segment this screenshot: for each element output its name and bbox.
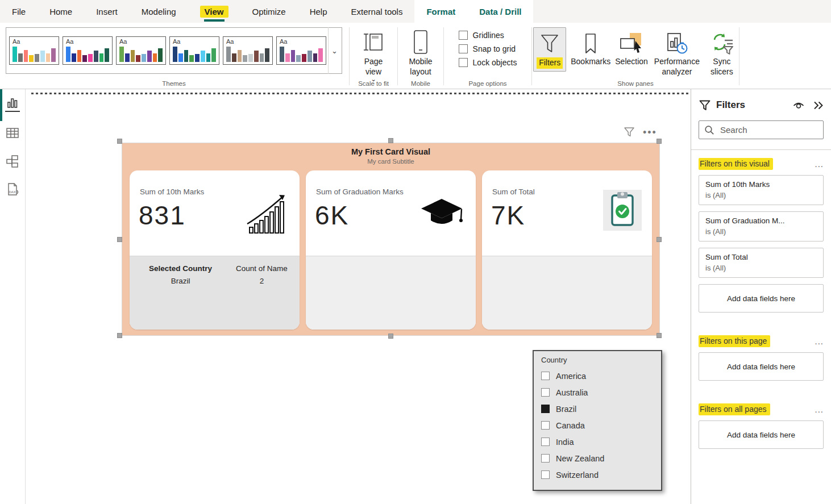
unchecked-checkbox[interactable] — [541, 421, 550, 430]
slicer-option-australia[interactable]: Australia — [541, 384, 661, 401]
add-data-fields-dropzone[interactable]: Add data fields here — [699, 420, 824, 449]
menu-tab-help[interactable]: Help — [298, 0, 339, 23]
filter-section-label: Filters on this page — [699, 335, 770, 347]
report-canvas[interactable]: ••• My First Card Visual My card Subtitl… — [26, 89, 691, 504]
slicer-option-canada[interactable]: Canada — [541, 417, 661, 434]
collapse-pane-icon[interactable] — [813, 101, 824, 110]
themes-group-label: Themes — [0, 80, 348, 87]
slicer-option-label: Canada — [556, 421, 585, 430]
slicer-option-brazil[interactable]: Brazil — [541, 401, 661, 417]
performance-analyzer-button[interactable]: Performance analyzer — [653, 27, 701, 77]
menu-tab-external-tools[interactable]: External tools — [339, 0, 415, 23]
kpi-card-10th-marks[interactable]: Sum of 10th Marks 831 — [130, 170, 300, 330]
menu-tab-format[interactable]: Format — [414, 0, 467, 23]
theme-palette-bars — [173, 44, 216, 62]
filter-card-sum-of-graduation-m[interactable]: Sum of Graduation M...is (All) — [699, 211, 824, 241]
report-view-button[interactable] — [5, 97, 20, 112]
menu-tab-view[interactable]: View — [188, 0, 240, 23]
checkbox-lock-objects[interactable]: Lock objects — [459, 58, 517, 67]
table-view-button[interactable] — [5, 126, 20, 140]
theme-thumbnail-3[interactable]: Aa — [116, 36, 166, 65]
kpi-card-graduation-marks[interactable]: Sum of Graduation Marks 6K — [306, 170, 476, 330]
checked-checkbox[interactable] — [541, 405, 550, 413]
selection-handle[interactable] — [388, 334, 393, 339]
selection-handle[interactable] — [117, 237, 122, 242]
slicer-option-switzerland[interactable]: Switzerland — [541, 466, 661, 483]
selection-handle[interactable] — [117, 333, 122, 338]
selection-pane-button[interactable]: Selection — [615, 27, 648, 67]
selection-handle[interactable] — [117, 139, 122, 144]
menu-tab-home[interactable]: Home — [38, 0, 84, 23]
unchecked-checkbox[interactable] — [541, 388, 550, 397]
menu-tab-insert[interactable]: Insert — [84, 0, 130, 23]
menu-tab-label: External tools — [351, 7, 403, 16]
mobile-layout-button[interactable]: Mobile layout — [406, 27, 435, 77]
page-options-group: GridlinesSnap to gridLock objects Page o… — [445, 23, 530, 89]
theme-thumbnail-4[interactable]: Aa — [169, 36, 219, 65]
page-view-button[interactable]: Page view ⌄ — [360, 27, 387, 82]
checkbox-box[interactable] — [459, 58, 468, 67]
mobile-group: Mobile layout Mobile — [399, 23, 442, 89]
checkbox-gridlines[interactable]: Gridlines — [459, 31, 504, 40]
filters-search-input[interactable]: Search — [699, 120, 824, 139]
filter-card-sum-of-10th-marks[interactable]: Sum of 10th Marksis (All) — [699, 175, 824, 205]
visual-filter-icon[interactable] — [624, 127, 635, 138]
unchecked-checkbox[interactable] — [541, 470, 550, 479]
dax-query-view-button[interactable]: DAX — [5, 182, 20, 197]
theme-thumbnail-2[interactable]: Aa — [63, 36, 113, 65]
section-more-options-button[interactable]: ... — [815, 162, 824, 166]
add-data-fields-dropzone[interactable]: Add data fields here — [699, 284, 824, 313]
filters-pane-toggle-button[interactable]: Filters — [533, 27, 566, 72]
kpi-footer — [482, 256, 652, 330]
checkbox-snap-to-grid[interactable]: Snap to grid — [459, 44, 516, 53]
country-slicer[interactable]: Country AmericaAustraliaBrazilCanadaIndi… — [533, 350, 662, 491]
checkbox-box[interactable] — [459, 31, 468, 40]
bookmarks-pane-button[interactable]: Bookmarks — [571, 27, 610, 67]
menu-tab-modeling[interactable]: Modeling — [130, 0, 188, 23]
bookmark-icon — [583, 31, 598, 57]
footer-column-value: Brazil — [149, 277, 212, 285]
kpi-card-total[interactable]: Sum of Total 7K — [482, 170, 652, 330]
slicer-option-label: Brazil — [556, 405, 576, 414]
menu-tab-file[interactable]: File — [0, 0, 38, 23]
menu-tab-label: Format — [426, 7, 455, 16]
slicer-option-america[interactable]: America — [541, 368, 661, 384]
sync-slicers-button[interactable]: Sync slicers — [706, 27, 738, 77]
slicer-option-india[interactable]: India — [541, 434, 661, 450]
themes-expand-button[interactable]: ⌄ — [328, 27, 340, 74]
slicer-option-new-zealand[interactable]: New Zealand — [541, 450, 661, 466]
theme-palette-bars — [13, 44, 56, 62]
selection-handle[interactable] — [388, 138, 393, 143]
ribbon-divider — [349, 27, 350, 85]
card-visual[interactable]: My First Card Visual My card Subtitle Su… — [122, 143, 659, 335]
checkbox-box[interactable] — [459, 44, 468, 53]
theme-thumbnail-6[interactable]: Aa — [276, 36, 326, 65]
unchecked-checkbox[interactable] — [541, 372, 550, 380]
unchecked-checkbox[interactable] — [541, 438, 550, 446]
model-view-button[interactable] — [5, 154, 20, 169]
visual-more-options-button[interactable]: ••• — [643, 130, 657, 135]
kpi-footer: Selected Country Brazil Count of Name 2 — [130, 256, 300, 330]
add-data-fields-dropzone[interactable]: Add data fields here — [699, 352, 824, 381]
eye-icon[interactable] — [792, 100, 805, 110]
unchecked-checkbox[interactable] — [541, 454, 550, 463]
selection-handle[interactable] — [657, 139, 662, 144]
show-panes-group: Filters Bookmarks — [533, 23, 738, 89]
filter-card-sum-of-total[interactable]: Sum of Totalis (All) — [699, 248, 824, 278]
filters-button-label: Filters — [537, 57, 563, 69]
menu-tab-data-drill[interactable]: Data / Drill — [467, 0, 533, 23]
menu-tab-optimize[interactable]: Optimize — [240, 0, 298, 23]
pane-divider — [691, 149, 831, 150]
theme-thumbnail-5[interactable]: Aa — [223, 36, 273, 65]
filter-section-label: Filters on all pages — [699, 403, 770, 415]
filter-sections: Filters on this visual...Sum of 10th Mar… — [699, 158, 824, 449]
ribbon: AaAaAaAaAaAa ⌄ Themes Page view ⌄ Scale — [0, 23, 831, 89]
section-more-options-button[interactable]: ... — [815, 339, 824, 344]
selection-handle[interactable] — [657, 237, 662, 242]
kpi-label: Sum of 10th Marks — [140, 188, 204, 196]
themes-gallery: AaAaAaAaAaAa ⌄ — [6, 27, 342, 74]
selection-handle[interactable] — [657, 333, 662, 338]
theme-thumbnail-1[interactable]: Aa — [9, 36, 59, 65]
section-more-options-button[interactable]: ... — [815, 407, 824, 412]
footer-count-of-name: Count of Name 2 — [236, 264, 288, 330]
